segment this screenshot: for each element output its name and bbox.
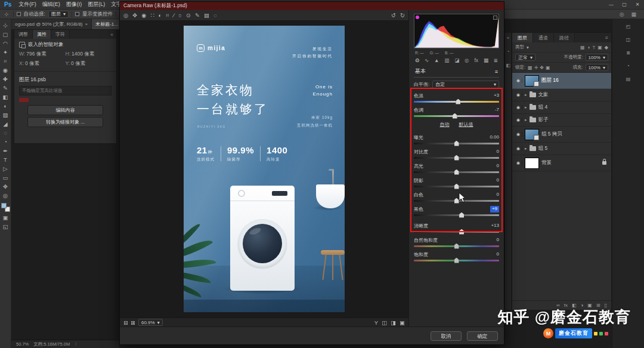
slider-value[interactable]: 0 [497,237,499,244]
slider-track[interactable] [414,186,499,187]
healing-brush-tool-icon[interactable]: ✚ [0,75,11,84]
history-brush-tool-icon[interactable]: ◐ [0,101,11,110]
slider-value[interactable]: 0.00 [490,134,499,141]
expand-caret-icon[interactable]: ▸ [525,105,527,110]
shadow-clipping-icon[interactable] [416,16,419,19]
workspace-icon[interactable]: ▦ [630,11,637,17]
marquee-tool-icon[interactable]: ▢ [0,30,11,39]
adjustments-panel-icon[interactable]: ◫ [626,37,631,42]
layer-name[interactable]: 影子 [538,116,549,124]
menu-item-1[interactable]: 编辑(E) [39,1,63,8]
zoom-level[interactable]: 50.7% [16,341,29,347]
tab-layers[interactable]: 图层 [512,33,533,42]
zoom-tool-icon[interactable]: ◎ [123,12,128,19]
graduated-filter-tool-icon[interactable]: ▤ [204,12,209,19]
opacity-dropdown[interactable]: 100% ▾ [586,54,608,61]
hsl-tab-icon[interactable]: ▥ [444,57,449,63]
slider-thumb[interactable] [454,244,459,249]
auto-select-dropdown[interactable]: 图层 ▾ [48,11,69,18]
eyedropper-tool-icon[interactable]: ◉ [0,66,11,75]
slider-thumb[interactable] [453,113,457,119]
layer-thumbnail[interactable] [525,129,539,140]
libraries-panel-icon[interactable]: ◰ [626,24,631,29]
hand-tool-icon[interactable]: ✥ [132,12,137,19]
chevron-down-icon[interactable]: ▾ [527,45,529,50]
slider-thumb[interactable] [459,213,464,218]
rotate-left-icon[interactable]: ↺ [391,12,396,19]
lasso-tool-icon[interactable]: ◠ [0,39,11,48]
layer-visibility-icon[interactable]: ◉ [515,93,522,97]
layer-name[interactable]: 组 4 [538,104,548,111]
tab-character[interactable]: 字符 [51,30,70,39]
magic-wand-tool-icon[interactable]: ✦ [0,48,11,57]
slider-thumb[interactable] [454,141,459,146]
highlight-clipping-icon[interactable] [493,16,497,20]
slider-thumb[interactable] [454,184,459,189]
slider-track[interactable] [414,101,499,103]
dodge-tool-icon[interactable]: ◔ [0,137,11,146]
hand-tool-icon[interactable]: ✥ [0,182,11,191]
slider-value[interactable]: 0 [497,163,499,170]
slider-track[interactable] [414,115,499,117]
camera-raw-title-bar[interactable]: Camera Raw (未标题-1.psd) [120,2,504,10]
expand-caret-icon[interactable]: ▸ [525,146,527,151]
crop-tool-icon[interactable]: ⌗ [166,12,169,19]
radial-filter-tool-icon[interactable]: ◌ [213,12,217,19]
layer-visibility-icon[interactable]: ◉ [515,132,522,137]
layer-visibility-icon[interactable]: ◉ [515,105,522,110]
document-tab-1[interactable]: oguo.psd @ 50% (文案, RGB/8) × [11,19,92,29]
type-tool-icon[interactable]: T [0,155,11,164]
layer-name[interactable]: 文案 [538,91,549,98]
fullscreen-icon[interactable]: ▣ [400,319,405,326]
expand-caret-icon[interactable]: ▸ [525,118,527,122]
move-tool-icon[interactable]: ⊹ [0,21,11,30]
brush-tool-icon[interactable]: ✎ [0,84,11,93]
lock-pixels-icon[interactable]: ✛ [534,65,538,70]
collapse-panel-icon[interactable]: « [107,30,116,39]
auto-select-checkbox[interactable] [17,12,21,16]
layer-name[interactable]: 组 5 [538,145,548,152]
slider-value[interactable]: +13 [491,223,499,229]
tab-channels[interactable]: 通道 [533,33,554,42]
slider-track[interactable] [414,171,499,173]
clone-stamp-tool-icon[interactable]: ◧ [0,93,11,101]
slider-thumb[interactable] [459,229,464,235]
default-link[interactable]: 默认值 [459,121,473,128]
slider-thumb[interactable] [456,99,460,104]
maximize-icon[interactable]: ▢ [618,2,631,7]
lock-all-icon[interactable]: ▣ [546,65,550,70]
slider-value[interactable]: -7 [495,107,499,113]
zoom-tool-icon[interactable]: ◎ [0,191,11,200]
minimize-icon[interactable]: — [605,2,618,7]
ok-button[interactable]: 确定 [467,331,498,341]
layer-row-0[interactable]: ◉图层 16 [512,73,611,89]
lock-transparent-icon[interactable]: ▩ [528,65,532,70]
basic-tab-icon[interactable]: ⊙ [415,57,419,63]
slider-thumb[interactable] [454,155,459,161]
filter-type-icon[interactable]: T [592,45,595,50]
filter-smart-icon[interactable]: ◆ [605,45,608,50]
slider-track[interactable] [414,231,499,233]
adjustment-brush-tool-icon[interactable]: ✎ [195,12,200,19]
slider-track[interactable] [414,143,499,144]
white-balance-dropdown[interactable]: 自定 ▾ [432,81,499,88]
zoom-in-icon[interactable]: ⊞ [131,319,135,326]
close-icon[interactable]: × [85,21,88,27]
tab-properties[interactable]: 属性 [33,30,51,39]
layer-thumbnail[interactable] [525,158,539,169]
document-tab-2[interactable]: 未标题-1... [92,19,119,29]
lock-position-icon[interactable]: ✥ [540,65,544,70]
panel-menu-icon[interactable]: ≡ [495,69,498,75]
slider-track[interactable] [414,157,499,159]
slider-value[interactable]: 0 [497,149,499,155]
split-toning-tab-icon[interactable]: ◪ [454,57,459,63]
slider-value[interactable]: 0 [497,251,499,258]
presets-tab-icon[interactable]: ≣ [494,57,498,63]
panel-menu-icon[interactable]: ≡ [602,33,611,42]
layer-name[interactable]: 背景 [541,159,552,167]
filter-shape-icon[interactable]: ▣ [597,45,602,50]
zoom-out-icon[interactable]: ⊟ [123,319,128,326]
history-icon[interactable]: ◔ [627,63,630,69]
collapse-panels-icon[interactable]: » [507,35,509,41]
color-swatches[interactable] [1,203,10,212]
